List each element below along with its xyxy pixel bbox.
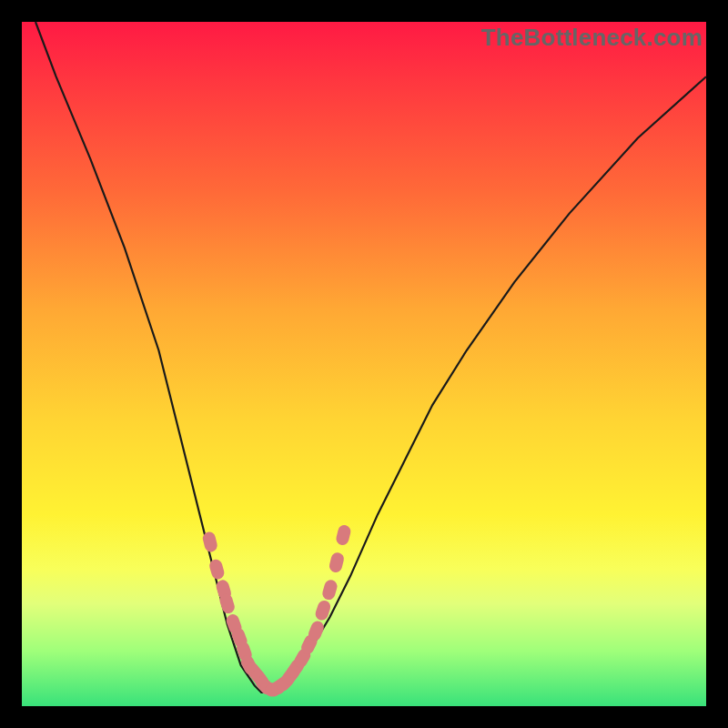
highlighted-markers-group: [201, 524, 352, 699]
marker-point: [335, 524, 352, 547]
bottleneck-curve-line: [35, 22, 706, 693]
marker-point: [328, 551, 345, 574]
bottleneck-curve-svg: [22, 22, 706, 706]
marker-point: [321, 579, 339, 602]
chart-canvas: TheBottleneck.com: [22, 22, 706, 706]
